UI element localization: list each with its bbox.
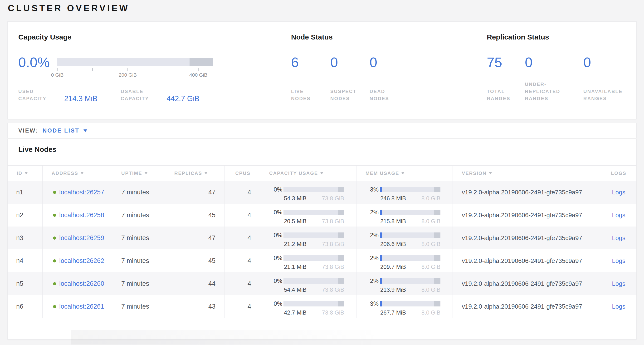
logs-link[interactable]: Logs bbox=[612, 257, 625, 265]
total-ranges-label: TOTAL RANGES bbox=[487, 88, 525, 102]
column-header-id[interactable]: ID bbox=[8, 166, 42, 181]
capacity-usage-cell: 0% 54.3 MiB 73.8 GiB bbox=[260, 181, 356, 204]
logs-link[interactable]: Logs bbox=[612, 211, 625, 219]
axis-label-0: 0 GiB bbox=[51, 72, 64, 78]
mem-used-value: 206.6 MiB bbox=[380, 241, 406, 247]
node-version: v19.2.0-alpha.20190606-2491-gfe735c9a97 bbox=[453, 204, 601, 226]
mem-usage-cell: 2% 209.7 MiB 8.0 GiB bbox=[356, 249, 453, 272]
capacity-values: 54.4 MiB 73.8 GiB bbox=[284, 286, 344, 293]
column-header-uptime[interactable]: UPTIME bbox=[112, 166, 165, 181]
axis-tick bbox=[198, 68, 198, 71]
used-capacity-value: 214.3 MiB bbox=[64, 95, 98, 102]
node-address-link[interactable]: localhost:26259 bbox=[59, 234, 104, 242]
node-address-link[interactable]: localhost:26257 bbox=[59, 189, 104, 196]
node-replicas: 43 bbox=[165, 295, 224, 318]
node-uptime: 7 minutes bbox=[112, 204, 165, 226]
sort-desc-icon[interactable] bbox=[144, 172, 148, 174]
label-line: CAPACITY bbox=[18, 95, 57, 102]
label-line: DEAD bbox=[370, 88, 422, 95]
axis-tick bbox=[128, 68, 128, 71]
capacity-total-value: 73.8 GiB bbox=[322, 195, 344, 202]
mem-usage-cell: 3% 246.8 MiB 8.0 GiB bbox=[356, 181, 453, 204]
node-address-link[interactable]: localhost:26258 bbox=[59, 211, 104, 219]
mem-bar-reserved-segment bbox=[434, 278, 440, 284]
axis-tick bbox=[92, 68, 93, 71]
capacity-bar-reserved-segment bbox=[338, 278, 344, 284]
node-cpus: 4 bbox=[224, 204, 260, 226]
sort-desc-icon[interactable] bbox=[80, 172, 84, 174]
capacity-usage-bar bbox=[57, 58, 213, 66]
capacity-bar-reserved-segment bbox=[338, 301, 344, 306]
sort-desc-icon[interactable] bbox=[489, 172, 492, 174]
suspect-nodes-label: SUSPECT NODES bbox=[330, 88, 370, 102]
table-row: n5 localhost:26260 7 minutes 44 4 0% 54.… bbox=[8, 272, 636, 295]
logs-link[interactable]: Logs bbox=[612, 303, 625, 310]
node-status-labels: LIVE NODES SUSPECT NODES DEAD NODES bbox=[291, 88, 422, 102]
node-replicas: 47 bbox=[165, 226, 224, 249]
node-address-link[interactable]: localhost:26262 bbox=[59, 257, 104, 265]
logs-cell: Logs bbox=[601, 226, 636, 249]
mem-bar bbox=[380, 232, 440, 238]
column-header-mem-usage[interactable]: MEM USAGE bbox=[356, 166, 453, 181]
capacity-used-value: 54.3 MiB bbox=[284, 195, 306, 202]
node-address-link[interactable]: localhost:26260 bbox=[59, 280, 104, 287]
capacity-percent: 0.0% bbox=[18, 56, 50, 69]
node-address-link[interactable]: localhost:26261 bbox=[59, 303, 104, 310]
mem-used-value: 246.8 MiB bbox=[380, 195, 406, 202]
sort-desc-icon[interactable] bbox=[320, 172, 323, 174]
node-live-status-icon bbox=[53, 236, 56, 240]
mem-bar-reserved-segment bbox=[434, 187, 440, 192]
chevron-down-icon bbox=[84, 129, 87, 132]
capacity-values: 54.3 MiB 73.8 GiB bbox=[284, 195, 344, 202]
node-uptime: 7 minutes bbox=[112, 181, 165, 204]
column-label: UPTIME bbox=[121, 171, 142, 176]
mem-bar bbox=[380, 278, 440, 284]
column-label: LOGS bbox=[611, 171, 626, 176]
mem-meter: 2% bbox=[366, 255, 452, 261]
label-line: USED bbox=[18, 88, 57, 95]
column-header-version[interactable]: VERSION bbox=[453, 166, 601, 181]
column-header-capacity-usage[interactable]: CAPACITY USAGE bbox=[260, 166, 356, 181]
replication-status-heading: Replication Status bbox=[487, 33, 549, 41]
mem-values: 246.8 MiB 8.0 GiB bbox=[380, 195, 440, 202]
label-line: RANGES bbox=[583, 95, 644, 102]
mem-total-value: 8.0 GiB bbox=[422, 286, 440, 293]
used-capacity-stat: USED CAPACITY 214.3 MiB bbox=[18, 88, 98, 102]
logs-link[interactable]: Logs bbox=[612, 280, 625, 287]
node-address-cell: localhost:26257 bbox=[42, 181, 112, 204]
node-id: n1 bbox=[8, 181, 42, 204]
axis-tick bbox=[163, 68, 164, 71]
mem-bar-reserved-segment bbox=[434, 232, 440, 238]
column-header-replicas[interactable]: REPLICAS bbox=[165, 166, 224, 181]
node-uptime: 7 minutes bbox=[112, 249, 165, 272]
column-header-address[interactable]: ADDRESS bbox=[42, 166, 112, 181]
node-live-status-icon bbox=[53, 259, 56, 262]
capacity-values: 42.7 MiB 73.8 GiB bbox=[284, 309, 344, 316]
sort-desc-icon[interactable] bbox=[25, 172, 28, 174]
mem-bar-fill bbox=[380, 278, 382, 284]
mem-values: 215.8 MiB 8.0 GiB bbox=[380, 218, 440, 225]
capacity-total-value: 73.8 GiB bbox=[322, 241, 344, 247]
capacity-values: 20.5 MiB 73.8 GiB bbox=[284, 218, 344, 225]
node-version: v19.2.0-alpha.20190606-2491-gfe735c9a97 bbox=[453, 272, 601, 295]
sort-desc-icon[interactable] bbox=[402, 172, 404, 174]
mem-bar-fill bbox=[380, 232, 382, 238]
view-dropdown[interactable]: NODE LIST bbox=[42, 127, 87, 134]
capacity-used-value: 21.2 MiB bbox=[284, 241, 306, 247]
mem-total-value: 8.0 GiB bbox=[422, 241, 440, 247]
logs-link[interactable]: Logs bbox=[612, 234, 625, 242]
mem-usage-cell: 2% 206.6 MiB 8.0 GiB bbox=[356, 226, 453, 249]
dead-nodes-count: 0 bbox=[370, 56, 422, 69]
axis-label-200: 200 GiB bbox=[119, 72, 137, 78]
under-replicated-ranges-label: UNDER- REPLICATED RANGES bbox=[525, 81, 583, 102]
capacity-used-value: 54.4 MiB bbox=[284, 286, 306, 293]
column-label: REPLICAS bbox=[174, 171, 202, 176]
logs-link[interactable]: Logs bbox=[612, 189, 625, 196]
table-header-row: IDADDRESSUPTIMEREPLICASCPUSCAPACITY USAG… bbox=[8, 166, 636, 181]
mem-values: 206.6 MiB 8.0 GiB bbox=[380, 241, 440, 247]
node-version: v19.2.0-alpha.20190606-2491-gfe735c9a97 bbox=[453, 249, 601, 272]
mem-bar bbox=[380, 210, 440, 215]
sort-desc-icon[interactable] bbox=[204, 172, 207, 174]
label-line: NODES bbox=[330, 95, 370, 102]
live-nodes-panel: Live Nodes IDADDRESSUPTIMEREPLICASCPUSCA… bbox=[7, 139, 637, 339]
